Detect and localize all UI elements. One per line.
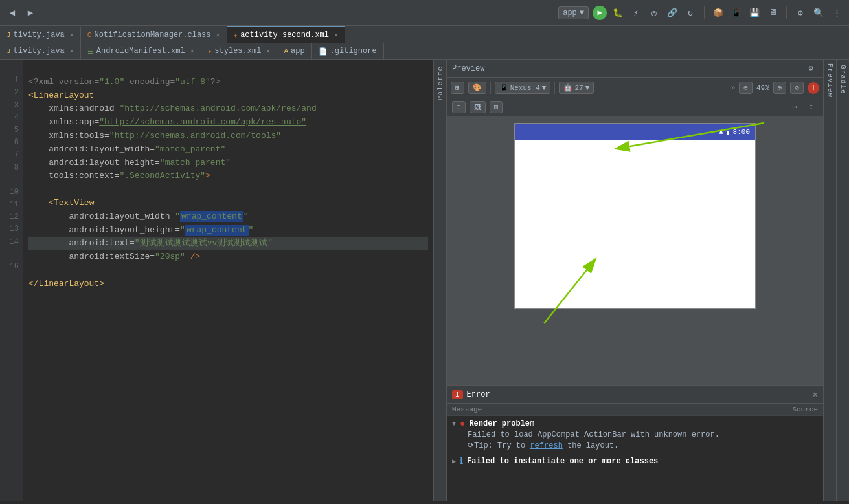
col-message-label: Message: [452, 406, 766, 413]
api-selector[interactable]: 🤖 27 ▼: [559, 82, 594, 94]
tab-close-icon[interactable]: ✕: [334, 31, 338, 39]
render-problem-message: Failed to load AppCompat ActionBar with …: [452, 430, 818, 439]
tab-close-icon[interactable]: ✕: [190, 47, 194, 55]
right-sidebar-label[interactable]: Preview: [826, 60, 834, 102]
vertical-flip-icon[interactable]: ↕: [805, 101, 818, 114]
sync-button[interactable]: ↻: [683, 6, 697, 20]
signal-icon: ▮: [726, 128, 730, 137]
preview-settings-icon[interactable]: ⚙: [804, 61, 818, 76]
run-config-dropdown[interactable]: app ▼: [558, 6, 589, 19]
phone-icon: 📱: [499, 83, 508, 92]
render-problem-row: ▼ ● Render problem Failed to load AppCom…: [447, 416, 823, 453]
zoom-level: 49%: [756, 84, 769, 92]
java-icon: J: [6, 31, 11, 39]
error-table-header: Message Source: [447, 404, 823, 416]
search-icon[interactable]: 🔍: [811, 6, 826, 20]
phone-frame: ▲ ▮ 8:00: [514, 123, 756, 309]
tip-prefix: ⟳Tip: Try to: [468, 441, 530, 450]
expand-icon-2[interactable]: ▶: [452, 457, 456, 465]
profile-button[interactable]: ◎: [647, 6, 661, 20]
tab-label: tivity.java: [14, 30, 65, 39]
tab-label: styles.xml: [214, 47, 261, 56]
tab-label: activity_second.xml: [240, 30, 329, 39]
zoom-reset-icon: ⊘: [795, 83, 799, 92]
tab-activity-java[interactable]: J tivity.java ✕: [0, 27, 81, 43]
device-name: Nexus 4: [510, 84, 540, 92]
minus-icon: ⊖: [743, 83, 748, 92]
error-close-button[interactable]: ✕: [813, 389, 818, 400]
preview-label: Preview: [452, 64, 484, 73]
paint-icon: 🎨: [473, 83, 482, 92]
palette-divider: [436, 107, 445, 107]
back-icon[interactable]: ◀: [5, 6, 19, 20]
tabs-row-2: J tivity.java ✕ ☰ AndroidManifest.xml ✕ …: [0, 43, 849, 60]
zoom-out-btn[interactable]: ⊖: [739, 82, 753, 94]
attach-button[interactable]: 🔗: [665, 6, 679, 20]
preview-second-toolbar: ⊟ 🖼 ⊞ ↔ ↕: [447, 98, 823, 116]
separator: [704, 6, 705, 19]
refresh-link[interactable]: refresh: [530, 441, 562, 450]
render-problem-tip: ⟳Tip: Try to refresh the layout.: [452, 441, 818, 450]
design-view-btn[interactable]: ⊞: [451, 82, 464, 94]
tab-notification-manager[interactable]: C NotificationManager.class ✕: [81, 27, 227, 43]
info-icon: ℹ: [460, 455, 463, 466]
tab-activity-second-xml[interactable]: ✦ activity_second.xml ✕: [227, 26, 345, 43]
theme-btn[interactable]: 🎨: [468, 82, 486, 94]
xml-icon: ✦: [234, 31, 238, 39]
instantiate-error-label: Failed to instantiate one or more classe…: [467, 457, 658, 466]
layout-inspector-button[interactable]: 🖥: [765, 6, 780, 20]
coverage-button[interactable]: ⚡: [629, 6, 643, 20]
tab-close-icon[interactable]: ✕: [266, 47, 270, 55]
code-content[interactable]: <?xml version="1.0" encoding="utf-8"?> <…: [23, 60, 433, 501]
error-count-badge: 1: [452, 390, 463, 399]
tab-gitignore[interactable]: 📄 .gitignore: [312, 43, 384, 59]
gradle-sidebar: Gradle: [836, 60, 849, 501]
palette-label: Palette: [436, 62, 444, 104]
tab-app[interactable]: A app: [277, 43, 311, 59]
grid-view-btn[interactable]: ⊞: [490, 101, 503, 113]
error-icon-red: ●: [460, 419, 465, 429]
instantiate-error-row[interactable]: ▶ ℹ Failed to instantiate one or more cl…: [447, 453, 823, 469]
tabs-row-1: J tivity.java ✕ C NotificationManager.cl…: [0, 26, 849, 43]
zoom-reset-btn[interactable]: ⊘: [790, 82, 804, 94]
api-chevron-icon: ▼: [585, 84, 590, 92]
right-sidebar: Preview: [823, 60, 836, 501]
more-actions-icon[interactable]: ⋮: [830, 6, 844, 20]
tab-label: NotificationManager.class: [94, 30, 210, 39]
preview-panel: Palette Preview ⚙ ⊞ 🎨: [434, 60, 836, 501]
phone-content: [515, 140, 755, 308]
avd-manager-icon[interactable]: 📱: [729, 6, 743, 20]
layers-icon: ⊞: [455, 83, 460, 92]
image-view-btn[interactable]: 🖼: [470, 101, 486, 113]
top-toolbar: ◀ ▶ app ▼ ▶ 🐛 ⚡ ◎ 🔗 ↻ 📦 📱 💾 🖥 ⚙ 🔍 ⋮: [0, 0, 849, 26]
device-file-button[interactable]: 💾: [747, 6, 762, 20]
tab-close-icon[interactable]: ✕: [70, 31, 74, 39]
debug-button[interactable]: 🐛: [611, 6, 625, 20]
tab-close-icon[interactable]: ✕: [70, 47, 74, 55]
expand-icon[interactable]: ▼: [452, 421, 456, 428]
tab-label: tivity.java: [14, 47, 65, 56]
editor-area: 1 2 3 4 5 6 7 8 10 11 12 13 14 16 <?xml …: [0, 60, 434, 501]
sdk-manager-icon[interactable]: 📦: [711, 6, 725, 20]
chevron-icon: ▼: [542, 84, 547, 92]
tab-close-icon[interactable]: ✕: [216, 31, 220, 39]
settings-icon[interactable]: ⚙: [793, 6, 808, 20]
table-view-btn[interactable]: ⊟: [452, 101, 466, 113]
zoom-in-btn[interactable]: ⊕: [773, 82, 787, 94]
extra-controls: »: [731, 84, 736, 92]
horizontal-flip-icon[interactable]: ↔: [788, 101, 801, 114]
gradle-label[interactable]: Gradle: [839, 60, 847, 100]
sep1: [490, 82, 491, 94]
error-badge[interactable]: !: [808, 82, 819, 94]
device-selector[interactable]: 📱 Nexus 4 ▼: [495, 82, 551, 94]
tab-styles-xml[interactable]: ✦ styles.xml ✕: [201, 43, 278, 59]
forward-icon[interactable]: ▶: [23, 6, 38, 20]
phone-status-bar: ▲ ▮ 8:00: [515, 124, 755, 140]
tab-activity-java-2[interactable]: J tivity.java ✕: [0, 43, 81, 59]
tab-android-manifest[interactable]: ☰ AndroidManifest.xml ✕: [81, 43, 201, 59]
app-icon: A: [284, 47, 288, 55]
line-numbers: 1 2 3 4 5 6 7 8 10 11 12 13 14 16: [0, 60, 23, 501]
run-button[interactable]: ▶: [593, 6, 607, 20]
sep2: [554, 82, 555, 94]
tab-label: app: [291, 47, 305, 56]
